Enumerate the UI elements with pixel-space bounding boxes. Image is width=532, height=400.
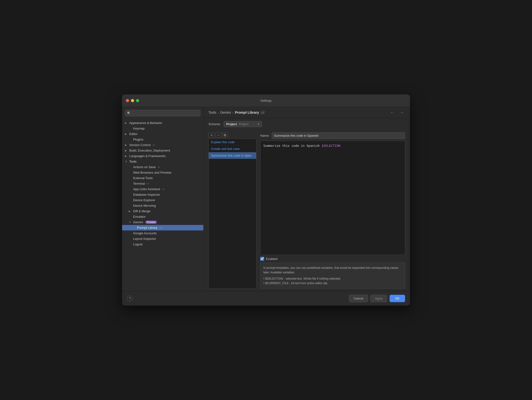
sidebar-item-plugins[interactable]: Plugins — [122, 137, 203, 142]
sidebar-item-prompt-library[interactable]: Prompt Library ▭ — [122, 225, 203, 230]
cancel-button[interactable]: Cancel — [349, 295, 368, 302]
sidebar-item-layout-inspector[interactable]: Layout Inspector — [122, 236, 203, 241]
sidebar-item-label: Build, Execution, Deployment — [129, 149, 170, 152]
list-item[interactable]: Summarize this code in Span — [209, 152, 256, 159]
search-input[interactable] — [132, 111, 198, 115]
expand-arrow: ▶ — [125, 144, 128, 146]
breadcrumb-tools[interactable]: Tools — [209, 111, 216, 114]
copy-icon: ▭ — [152, 143, 155, 146]
sidebar-item-actions-on-save[interactable]: Actions on Save ▭ — [122, 164, 203, 170]
maximize-button[interactable] — [136, 99, 139, 102]
footer-left: ? — [127, 296, 133, 301]
expand-arrow: ▼ — [125, 160, 128, 163]
sidebar-item-device-mirroring[interactable]: Device Mirroring — [122, 203, 203, 208]
sidebar-item-label: Tools — [129, 160, 136, 163]
list-item[interactable]: Create unit test case — [209, 146, 256, 152]
right-panel: Tools › Gemini › Prompt Library ▭ ← → Sc… — [204, 107, 410, 291]
sidebar-item-label: Languages & Frameworks — [129, 154, 166, 158]
prompt-list-panel: + − ⧉ Explain this code Create unit test… — [209, 132, 256, 289]
breadcrumb-bar: Tools › Gemini › Prompt Library ▭ ← → — [204, 107, 410, 118]
sidebar-item-diff-merge[interactable]: ▶ Diff & Merge — [122, 208, 203, 214]
help-button[interactable]: ? — [127, 296, 133, 301]
sidebar-item-label: Actions on Save — [133, 165, 156, 169]
sidebar-item-label: Appearance & Behavior — [129, 121, 162, 125]
sidebar-item-device-explorer[interactable]: Device Explorer — [122, 197, 203, 203]
ok-button[interactable]: OK — [390, 295, 405, 302]
sidebar-item-app-links[interactable]: App Links Assistant ▭ — [122, 186, 203, 192]
expand-arrow: ▶ — [125, 121, 128, 124]
list-item: $CURRENT_FILE - All text from active edi… — [263, 281, 402, 286]
sidebar-item-web-browsers[interactable]: Web Browsers and Preview — [122, 170, 203, 175]
sidebar-item-label: Terminal — [133, 182, 145, 185]
edit-panel: Name: Summarize this code in Spanish $SE… — [260, 132, 405, 289]
sidebar-item-label: Emulator — [133, 215, 146, 218]
sidebar-item-tools[interactable]: ▼ Tools — [122, 159, 203, 164]
scheme-sub-label: Project — [239, 122, 248, 126]
main-content: 🔍 ▶ Appearance & Behavior Keymap ▶ Edito… — [122, 107, 410, 291]
name-input[interactable] — [272, 132, 405, 139]
apply-button[interactable]: Apply — [370, 295, 387, 302]
sidebar-item-appearance[interactable]: ▶ Appearance & Behavior — [122, 120, 203, 126]
list-item: $SELECTION - selected text. Whole file i… — [263, 277, 402, 281]
minimize-button[interactable] — [131, 99, 134, 102]
expand-arrow: ▼ — [129, 221, 132, 223]
forward-arrow[interactable]: → — [399, 110, 405, 115]
enabled-checkbox[interactable] — [260, 257, 264, 261]
copy-prompt-button[interactable]: ⧉ — [222, 132, 228, 138]
breadcrumb-sep: › — [232, 111, 234, 114]
copy-icon: ▭ — [162, 188, 165, 191]
sidebar-item-terminal[interactable]: Terminal ▭ — [122, 181, 203, 186]
info-list: $SELECTION - selected text. Whole file i… — [263, 277, 402, 286]
search-icon: 🔍 — [127, 112, 131, 115]
prompt-item-text: Create unit test case — [211, 147, 254, 151]
copy-icon: ▭ — [158, 165, 160, 169]
sidebar-item-logcat[interactable]: Logcat — [122, 241, 203, 247]
sidebar-item-languages[interactable]: ▶ Languages & Frameworks — [122, 153, 203, 159]
titlebar: Settings — [122, 95, 410, 107]
sidebar-item-google-accounts[interactable]: Google Accounts — [122, 230, 203, 236]
sidebar-item-build[interactable]: ▶ Build, Execution, Deployment — [122, 148, 203, 153]
sidebar-item-version-control[interactable]: ▶ Version Control ▭ — [122, 142, 203, 148]
copy-icon: ▭ — [159, 226, 162, 229]
back-arrow[interactable]: ← — [389, 110, 396, 115]
search-box[interactable]: 🔍 — [125, 110, 201, 116]
breadcrumb-sep: › — [218, 111, 219, 114]
sidebar-item-label: External Tools — [133, 176, 152, 180]
scheme-dropdown[interactable]: Project Project ▾ — [223, 121, 262, 127]
chevron-down-icon: ▾ — [258, 122, 259, 126]
list-toolbar: + − ⧉ — [209, 132, 256, 138]
info-box: In prompt templates, you can use predefi… — [260, 263, 405, 289]
nav-arrows: ← → — [389, 110, 405, 115]
expand-arrow: ▶ — [125, 133, 128, 135]
name-label: Name: — [260, 134, 269, 137]
code-text: Summarize this code in Spanish — [263, 144, 322, 147]
add-prompt-button[interactable]: + — [209, 132, 215, 138]
sidebar-item-label: Google Accounts — [133, 231, 157, 235]
sidebar-item-editor[interactable]: ▶ Editor — [122, 131, 203, 137]
window-title: Settings — [260, 99, 272, 102]
remove-prompt-button[interactable]: − — [215, 132, 222, 138]
copy-icon: ▭ — [147, 182, 149, 185]
sidebar-item-gemini[interactable]: ▼ Gemini Preview — [122, 219, 203, 225]
expand-arrow: ▶ — [129, 210, 132, 212]
sidebar-item-label: Device Mirroring — [133, 204, 156, 207]
sidebar-item-label: Logcat — [133, 242, 142, 246]
sidebar-item-label: Version Control — [129, 143, 151, 147]
code-editor[interactable]: Summarize this code in Spanish $SELECTIO… — [260, 141, 405, 255]
scheme-row: Scheme: Project Project ▾ — [204, 118, 410, 130]
sidebar-item-label: Database Inspector — [133, 193, 160, 197]
sidebar-item-keymap[interactable]: Keymap — [122, 126, 203, 131]
sidebar-item-external-tools[interactable]: External Tools — [122, 175, 203, 181]
sidebar-item-database-inspector[interactable]: Database Inspector — [122, 192, 203, 197]
sidebar-item-label: Keymap — [133, 127, 145, 130]
enabled-row: Enabled — [260, 257, 405, 261]
sidebar-item-emulator[interactable]: Emulator — [122, 214, 203, 219]
sidebar-tree: ▶ Appearance & Behavior Keymap ▶ Editor … — [122, 119, 203, 291]
footer: ? Cancel Apply OK — [122, 291, 410, 305]
sidebar-item-label: Prompt Library — [137, 226, 157, 229]
list-item[interactable]: Explain this code — [209, 139, 256, 146]
enabled-label: Enabled — [266, 257, 278, 261]
breadcrumb-gemini[interactable]: Gemini — [220, 111, 231, 114]
close-button[interactable] — [126, 99, 129, 102]
sidebar-item-label: Web Browsers and Preview — [133, 171, 171, 174]
